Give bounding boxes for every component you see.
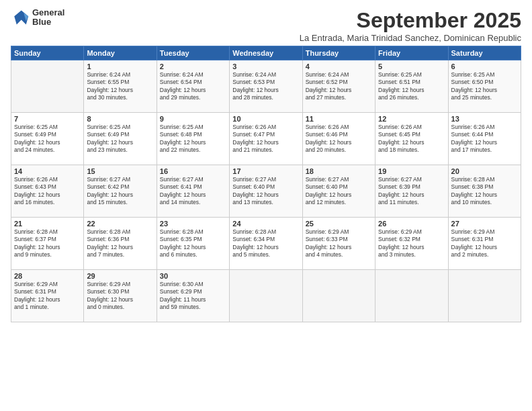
calendar-cell: 4Sunrise: 6:24 AM Sunset: 6:52 PM Daylig…	[302, 60, 375, 113]
day-info: Sunrise: 6:25 AM Sunset: 6:49 PM Dayligh…	[14, 124, 81, 154]
day-number: 27	[451, 220, 518, 228]
day-info: Sunrise: 6:24 AM Sunset: 6:54 PM Dayligh…	[160, 71, 226, 102]
day-number: 18	[306, 167, 372, 175]
calendar-cell	[375, 270, 448, 322]
calendar-cell	[302, 270, 375, 322]
calendar-cell: 16Sunrise: 6:27 AM Sunset: 6:41 PM Dayli…	[157, 165, 229, 218]
day-number: 11	[306, 115, 372, 123]
day-info: Sunrise: 6:29 AM Sunset: 6:33 PM Dayligh…	[306, 228, 372, 259]
calendar-cell: 5Sunrise: 6:25 AM Sunset: 6:51 PM Daylig…	[375, 60, 448, 113]
logo-line1: General	[32, 8, 64, 17]
day-number: 24	[232, 220, 299, 228]
calendar-cell: 7Sunrise: 6:25 AM Sunset: 6:49 PM Daylig…	[11, 113, 84, 165]
day-number: 9	[160, 115, 226, 123]
day-info: Sunrise: 6:29 AM Sunset: 6:31 PM Dayligh…	[14, 281, 81, 312]
day-info: Sunrise: 6:25 AM Sunset: 6:50 PM Dayligh…	[451, 71, 518, 102]
calendar-cell: 17Sunrise: 6:27 AM Sunset: 6:40 PM Dayli…	[230, 165, 302, 218]
day-number: 28	[14, 272, 81, 280]
day-number: 20	[451, 167, 518, 175]
day-info: Sunrise: 6:26 AM Sunset: 6:46 PM Dayligh…	[306, 124, 372, 154]
day-number: 14	[14, 167, 81, 175]
calendar-cell: 25Sunrise: 6:29 AM Sunset: 6:33 PM Dayli…	[302, 218, 375, 270]
day-number: 3	[232, 62, 299, 71]
day-number: 25	[306, 220, 372, 228]
calendar-cell: 8Sunrise: 6:25 AM Sunset: 6:49 PM Daylig…	[84, 113, 157, 165]
col-friday: Friday	[375, 46, 448, 60]
day-info: Sunrise: 6:28 AM Sunset: 6:37 PM Dayligh…	[14, 228, 81, 259]
day-info: Sunrise: 6:26 AM Sunset: 6:43 PM Dayligh…	[14, 176, 81, 207]
calendar-cell: 12Sunrise: 6:26 AM Sunset: 6:45 PM Dayli…	[375, 113, 448, 165]
calendar-cell	[448, 270, 521, 322]
calendar-table: Sunday Monday Tuesday Wednesday Thursday…	[11, 46, 521, 322]
calendar-cell: 6Sunrise: 6:25 AM Sunset: 6:50 PM Daylig…	[448, 60, 521, 113]
calendar-cell: 11Sunrise: 6:26 AM Sunset: 6:46 PM Dayli…	[302, 113, 375, 165]
day-info: Sunrise: 6:26 AM Sunset: 6:47 PM Dayligh…	[232, 124, 299, 154]
calendar-cell	[11, 60, 84, 113]
calendar-week-4: 21Sunrise: 6:28 AM Sunset: 6:37 PM Dayli…	[11, 218, 521, 270]
day-info: Sunrise: 6:24 AM Sunset: 6:53 PM Dayligh…	[232, 71, 299, 102]
day-number: 19	[378, 167, 445, 175]
day-number: 10	[232, 115, 299, 123]
header-row: Sunday Monday Tuesday Wednesday Thursday…	[11, 46, 521, 60]
day-number: 4	[306, 62, 372, 71]
logo-line2: Blue	[32, 17, 64, 27]
col-saturday: Saturday	[448, 46, 521, 60]
calendar-cell: 18Sunrise: 6:27 AM Sunset: 6:40 PM Dayli…	[302, 165, 375, 218]
day-number: 6	[451, 62, 518, 71]
day-number: 21	[14, 220, 81, 228]
calendar-cell: 21Sunrise: 6:28 AM Sunset: 6:37 PM Dayli…	[11, 218, 84, 270]
day-number: 16	[160, 167, 226, 175]
day-info: Sunrise: 6:26 AM Sunset: 6:44 PM Dayligh…	[451, 124, 518, 154]
day-info: Sunrise: 6:26 AM Sunset: 6:45 PM Dayligh…	[378, 124, 445, 154]
col-sunday: Sunday	[11, 46, 84, 60]
page: General Blue September 2025 La Entrada, …	[0, 0, 532, 411]
day-number: 22	[87, 220, 153, 228]
calendar-week-2: 7Sunrise: 6:25 AM Sunset: 6:49 PM Daylig…	[11, 113, 521, 165]
day-info: Sunrise: 6:28 AM Sunset: 6:36 PM Dayligh…	[87, 228, 153, 259]
day-info: Sunrise: 6:27 AM Sunset: 6:39 PM Dayligh…	[378, 176, 445, 207]
calendar-cell: 13Sunrise: 6:26 AM Sunset: 6:44 PM Dayli…	[448, 113, 521, 165]
calendar-cell: 26Sunrise: 6:29 AM Sunset: 6:32 PM Dayli…	[375, 218, 448, 270]
calendar-week-5: 28Sunrise: 6:29 AM Sunset: 6:31 PM Dayli…	[11, 270, 521, 322]
day-number: 26	[378, 220, 445, 228]
day-info: Sunrise: 6:27 AM Sunset: 6:41 PM Dayligh…	[160, 176, 226, 207]
col-tuesday: Tuesday	[157, 46, 229, 60]
day-info: Sunrise: 6:29 AM Sunset: 6:31 PM Dayligh…	[451, 228, 518, 259]
logo: General Blue	[11, 8, 64, 28]
day-info: Sunrise: 6:29 AM Sunset: 6:30 PM Dayligh…	[87, 281, 153, 312]
col-wednesday: Wednesday	[230, 46, 302, 60]
day-number: 7	[14, 115, 81, 123]
day-number: 2	[160, 62, 226, 71]
day-info: Sunrise: 6:27 AM Sunset: 6:40 PM Dayligh…	[232, 176, 299, 207]
calendar-week-1: 1Sunrise: 6:24 AM Sunset: 6:55 PM Daylig…	[11, 60, 521, 113]
calendar-cell: 23Sunrise: 6:28 AM Sunset: 6:35 PM Dayli…	[157, 218, 229, 270]
logo-icon	[11, 8, 30, 27]
calendar-cell: 15Sunrise: 6:27 AM Sunset: 6:42 PM Dayli…	[84, 165, 157, 218]
day-info: Sunrise: 6:24 AM Sunset: 6:52 PM Dayligh…	[306, 71, 372, 102]
day-info: Sunrise: 6:28 AM Sunset: 6:35 PM Dayligh…	[160, 228, 226, 259]
calendar-cell: 29Sunrise: 6:29 AM Sunset: 6:30 PM Dayli…	[84, 270, 157, 322]
day-info: Sunrise: 6:24 AM Sunset: 6:55 PM Dayligh…	[87, 71, 153, 102]
day-info: Sunrise: 6:28 AM Sunset: 6:34 PM Dayligh…	[232, 228, 299, 259]
day-info: Sunrise: 6:25 AM Sunset: 6:51 PM Dayligh…	[378, 71, 445, 102]
calendar-cell: 3Sunrise: 6:24 AM Sunset: 6:53 PM Daylig…	[230, 60, 302, 113]
day-number: 17	[232, 167, 299, 175]
calendar-cell: 20Sunrise: 6:28 AM Sunset: 6:38 PM Dayli…	[448, 165, 521, 218]
day-number: 23	[160, 220, 226, 228]
logo-text: General Blue	[32, 8, 64, 28]
day-info: Sunrise: 6:30 AM Sunset: 6:29 PM Dayligh…	[160, 281, 226, 312]
calendar-cell: 14Sunrise: 6:26 AM Sunset: 6:43 PM Dayli…	[11, 165, 84, 218]
calendar-cell: 22Sunrise: 6:28 AM Sunset: 6:36 PM Dayli…	[84, 218, 157, 270]
title-block: September 2025 La Entrada, Maria Trinida…	[300, 8, 521, 43]
location-subtitle: La Entrada, Maria Trinidad Sanchez, Domi…	[300, 33, 521, 43]
day-number: 13	[451, 115, 518, 123]
calendar-body: 1Sunrise: 6:24 AM Sunset: 6:55 PM Daylig…	[11, 60, 521, 322]
calendar-cell: 2Sunrise: 6:24 AM Sunset: 6:54 PM Daylig…	[157, 60, 229, 113]
calendar-cell: 28Sunrise: 6:29 AM Sunset: 6:31 PM Dayli…	[11, 270, 84, 322]
day-number: 8	[87, 115, 153, 123]
header: General Blue September 2025 La Entrada, …	[11, 8, 521, 43]
calendar-cell: 10Sunrise: 6:26 AM Sunset: 6:47 PM Dayli…	[230, 113, 302, 165]
day-number: 29	[87, 272, 153, 280]
day-info: Sunrise: 6:25 AM Sunset: 6:48 PM Dayligh…	[160, 124, 226, 154]
day-info: Sunrise: 6:29 AM Sunset: 6:32 PM Dayligh…	[378, 228, 445, 259]
